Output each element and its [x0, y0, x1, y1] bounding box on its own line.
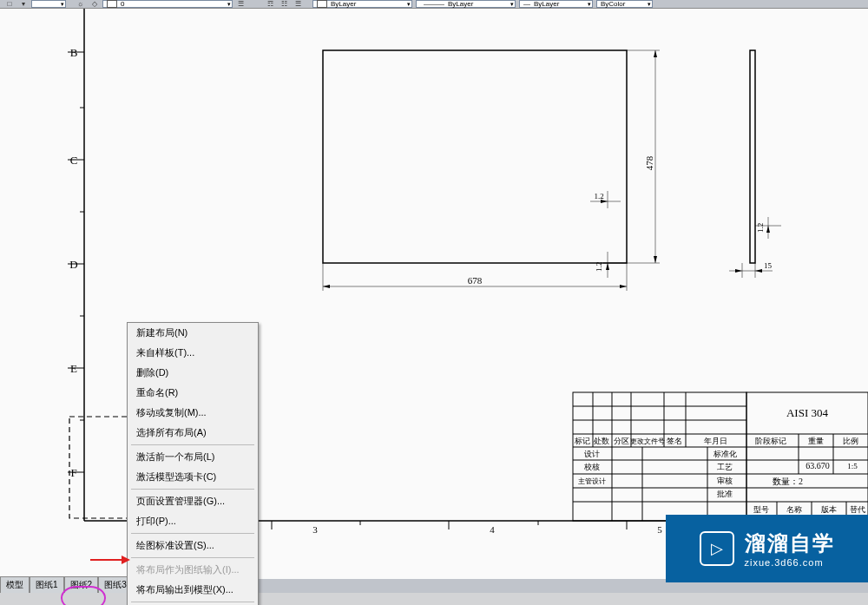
svg-text:63.670: 63.670	[806, 461, 830, 470]
menu-draw-std[interactable]: 绘图标准设置(S)...	[128, 536, 258, 556]
svg-marker-25	[654, 256, 657, 263]
layer-dropdown[interactable]: 0	[102, 0, 233, 8]
lineweight-dropdown[interactable]: — ByLayer	[519, 0, 593, 8]
dim-thick: 1.2	[594, 192, 603, 201]
svg-text:标准化: 标准化	[713, 450, 737, 458]
dim-height: 478	[644, 155, 654, 170]
svg-text:数量：2: 数量：2	[773, 477, 803, 486]
color-swatch	[107, 0, 117, 8]
tool-icon[interactable]: ▾	[17, 0, 30, 8]
svg-text:年月日: 年月日	[704, 437, 727, 445]
layer-icon[interactable]: ☼	[75, 0, 87, 8]
row-label: C	[70, 154, 78, 167]
svg-text:校核: 校核	[583, 463, 600, 471]
svg-text:主管设计: 主管设计	[578, 477, 606, 485]
tool-icon[interactable]: ☷	[278, 0, 290, 8]
menu-separator	[131, 533, 254, 534]
menu-import-sheet: 将布局作为图纸输入(I)...	[128, 560, 258, 580]
main-rect	[323, 50, 627, 263]
row-label: F	[70, 466, 76, 479]
svg-text:批准: 批准	[717, 490, 733, 498]
svg-text:比例: 比例	[843, 437, 858, 445]
brand-overlay: ▷ 溜溜自学 zixue.3d66.com	[666, 515, 868, 582]
tab-sheet2[interactable]: 图纸2	[64, 576, 99, 593]
svg-text:型号: 型号	[753, 505, 769, 514]
menu-page-setup[interactable]: 页面设置管理器(G)...	[128, 491, 258, 511]
svg-text:工艺: 工艺	[717, 463, 733, 471]
small-dropdown[interactable]	[31, 0, 66, 8]
tool-icon[interactable]: ☰	[292, 0, 304, 8]
menu-select-all[interactable]: 选择所有布局(A)	[128, 423, 258, 443]
menu-move-copy[interactable]: 移动或复制(M)...	[128, 403, 258, 423]
color-swatch	[317, 0, 327, 8]
svg-text:1:5: 1:5	[847, 462, 858, 470]
dim-thick: 1.2	[595, 262, 603, 272]
menu-separator	[131, 602, 254, 602]
layer-icon[interactable]: ◇	[89, 0, 101, 8]
menu-rename[interactable]: 重命名(R)	[128, 383, 258, 403]
dim-thick: 1.2	[756, 223, 765, 233]
svg-marker-19	[323, 285, 330, 288]
svg-text:分区: 分区	[614, 437, 629, 445]
dd-label: ByLayer	[331, 0, 356, 8]
svg-marker-20	[620, 285, 627, 288]
menu-delete[interactable]: 删除(D)	[128, 363, 258, 383]
menu-separator	[131, 489, 254, 490]
tool-icon[interactable]: ☶	[264, 0, 276, 8]
svg-text:名称: 名称	[786, 505, 802, 514]
layout-context-menu: 新建布局(N) 来自样板(T)... 删除(D) 重命名(R) 移动或复制(M)…	[127, 322, 259, 605]
brand-url: zixue.3d66.com	[745, 557, 824, 568]
svg-text:重量: 重量	[808, 437, 824, 445]
row-label: B	[70, 46, 78, 59]
menu-activate-model[interactable]: 激活模型选项卡(C)	[128, 467, 258, 487]
tool-icon[interactable]: □	[3, 0, 16, 8]
tab-sheet1[interactable]: 图纸1	[30, 576, 64, 593]
menu-new-layout[interactable]: 新建布局(N)	[128, 323, 258, 343]
svg-text:审核: 审核	[717, 477, 733, 485]
linetype-dropdown[interactable]: ——— ByLayer	[416, 0, 516, 8]
svg-marker-24	[654, 50, 657, 57]
col-label: 4	[490, 524, 495, 535]
dd-label: ByColor	[601, 0, 625, 8]
svg-marker-31	[606, 263, 609, 270]
row-label: E	[70, 362, 77, 375]
menu-print[interactable]: 打印(P)...	[128, 511, 258, 531]
svg-text:处数: 处数	[594, 437, 609, 445]
title-block: AISI 304 标记 处数 分区 更改文件号 签名 年月日 设计 标准化 校核…	[573, 392, 868, 521]
svg-text:设计: 设计	[584, 450, 600, 458]
menu-separator	[131, 444, 254, 445]
brand-name: 溜溜自学	[745, 529, 835, 557]
top-toolbar: □ ▾ ☼ ◇ 0 ☰ ☶ ☷ ☰ ByLayer ——— ByLayer — …	[0, 0, 868, 9]
side-rect	[750, 50, 755, 263]
svg-text:标记: 标记	[574, 437, 590, 445]
dim-fifteen: 15	[764, 261, 773, 270]
svg-text:版本: 版本	[821, 505, 837, 514]
dd-label: ByLayer	[534, 0, 559, 8]
play-icon: ▷	[700, 531, 734, 566]
svg-marker-38	[735, 269, 742, 273]
row-label: D	[69, 258, 77, 271]
menu-export-model[interactable]: 将布局输出到模型(X)...	[128, 580, 258, 600]
svg-text:替代: 替代	[850, 505, 865, 514]
plotstyle-dropdown[interactable]: ByColor	[596, 0, 653, 8]
color-dropdown[interactable]: ByLayer	[312, 0, 412, 8]
menu-separator	[131, 557, 254, 558]
tool-icon[interactable]: ☰	[234, 0, 247, 8]
dim-width: 678	[468, 275, 483, 286]
tab-model[interactable]: 模型	[0, 576, 30, 593]
menu-activate-prev[interactable]: 激活前一个布局(L)	[128, 447, 258, 467]
svg-text:阶段标记: 阶段标记	[755, 437, 786, 445]
menu-from-template[interactable]: 来自样板(T)...	[128, 343, 258, 363]
svg-marker-89	[122, 556, 130, 564]
dd-label: ByLayer	[448, 0, 473, 8]
col-label: 5	[657, 524, 662, 535]
svg-marker-34	[766, 226, 770, 233]
svg-marker-39	[755, 269, 762, 273]
dashed-outline	[69, 417, 128, 518]
svg-text:AISI 304: AISI 304	[786, 406, 829, 419]
red-arrow-annotation	[89, 554, 130, 566]
col-label: 3	[312, 524, 318, 535]
svg-text:签名: 签名	[667, 437, 682, 445]
svg-text:更改文件号: 更改文件号	[630, 437, 665, 445]
layer-name: 0	[121, 0, 124, 8]
